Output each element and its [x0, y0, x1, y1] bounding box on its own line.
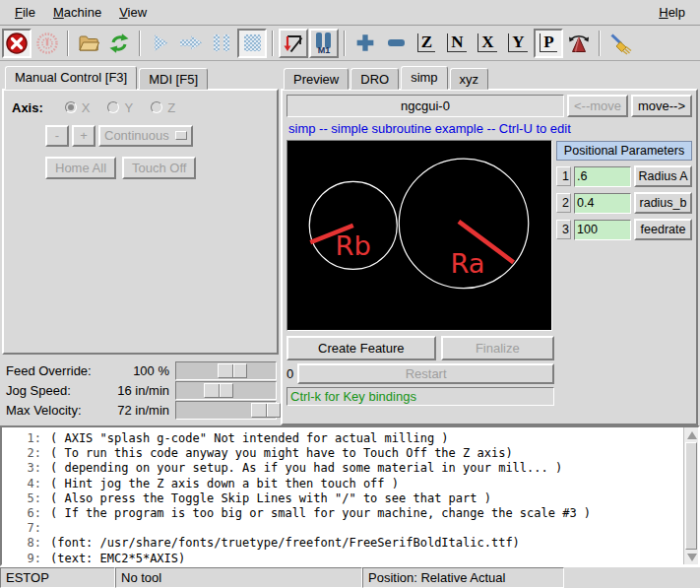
view-y-icon: Y — [508, 33, 527, 52]
main-area: Manual Control [F3] MDI [F5] Axis: X Y — [0, 61, 700, 425]
menu-help[interactable]: Help — [652, 2, 692, 23]
create-feature-button[interactable]: Create Feature — [286, 336, 436, 360]
touch-off-button[interactable]: Touch Off — [122, 157, 196, 179]
param-value-input[interactable] — [574, 220, 631, 240]
scroll-down-arrow[interactable] — [684, 550, 699, 564]
pause-button[interactable] — [207, 29, 236, 58]
gcode-lines: 1:( AXIS "splash g-code" Not intended fo… — [2, 427, 698, 566]
jog-plus-button[interactable]: + — [72, 125, 95, 147]
param-name-button[interactable]: feedrate — [634, 219, 692, 240]
ngcgui-tab-entry[interactable]: ngcgui-0 — [286, 95, 564, 117]
run-button[interactable] — [146, 29, 175, 58]
optional-pause-m1-button[interactable]: M1 — [309, 29, 339, 58]
tab-mdi[interactable]: MDI [F5] — [139, 68, 208, 90]
home-all-button[interactable]: Home All — [45, 157, 116, 179]
restart-button[interactable]: Restart — [297, 363, 554, 384]
menu-file[interactable]: File — [8, 2, 42, 23]
line-text: ( Hint jog the Z axis down a bit then to… — [50, 477, 399, 490]
gcode-line: 8:(font: /usr/share/fonts/truetype/freef… — [6, 536, 680, 551]
line-text: (font: /usr/share/fonts/truetype/freefon… — [50, 536, 520, 550]
jog-row: - + Continuous — [45, 125, 271, 147]
param-value-input[interactable] — [574, 193, 631, 214]
scroll-up-arrow[interactable] — [684, 427, 699, 442]
override-sliders: Feed Override: 100 % Jog Speed: 16 in/mi… — [2, 355, 279, 425]
tab-preview[interactable]: Preview — [284, 68, 349, 90]
param-row: 2 radius_b — [556, 192, 692, 214]
rotate-view-button[interactable] — [564, 29, 594, 58]
jog-mode-dropdown[interactable]: Continuous — [98, 125, 193, 147]
feed-override-value: 100 % — [100, 363, 175, 378]
toggle-skip-lines-button[interactable] — [279, 29, 308, 58]
slider-handle[interactable] — [204, 383, 233, 398]
preview-tabbar: Preview DRO simp xyz — [281, 63, 698, 89]
feature-buttons-row: Create Feature Finalize — [286, 336, 554, 360]
machine-power-button[interactable] — [32, 29, 62, 58]
toolbar-separator — [344, 31, 346, 56]
axis-y-radio[interactable]: Y — [107, 100, 133, 115]
stop-button[interactable] — [237, 29, 267, 58]
axis-z-label: Z — [167, 100, 175, 115]
run-step-button[interactable] — [176, 29, 206, 58]
gcode-scrollbar[interactable] — [683, 427, 698, 564]
tab-manual-control[interactable]: Manual Control [F3] — [5, 66, 137, 90]
subroutine-preview-canvas: Rb Ra — [286, 140, 552, 331]
move-right-button[interactable]: move--> — [631, 95, 692, 117]
open-file-button[interactable] — [74, 29, 103, 58]
estop-button[interactable] — [2, 29, 32, 58]
line-number: 4: — [6, 477, 41, 490]
toolbar-separator — [272, 31, 274, 56]
view-perspective-button[interactable]: P — [534, 29, 563, 58]
finalize-button[interactable]: Finalize — [441, 336, 554, 360]
reload-button[interactable] — [104, 29, 134, 58]
menu-view[interactable]: View — [112, 2, 154, 23]
max-velocity-slider[interactable] — [175, 401, 277, 420]
gcode-line: 3:( depending on your setup. As if you h… — [6, 461, 680, 476]
view-z-rotated-button[interactable]: N — [442, 29, 472, 58]
radius-b-canvas-label: Rb — [336, 230, 371, 261]
param-name-button[interactable]: radius_b — [634, 192, 692, 214]
axis-z-radio[interactable]: Z — [151, 100, 175, 115]
param-index: 3 — [556, 220, 571, 239]
param-value-input[interactable] — [574, 166, 631, 187]
line-text: ( AXIS "splash g-code" Not intended for … — [50, 431, 449, 445]
view-x-button[interactable]: X — [473, 29, 502, 58]
menu-machine[interactable]: Machine — [46, 2, 108, 23]
tab-dro[interactable]: DRO — [350, 68, 399, 90]
move-left-button[interactable]: <--move — [567, 95, 628, 117]
zoom-in-button[interactable] — [350, 29, 380, 58]
simp-tab-frame: ngcgui-0 <--move move--> simp -- simple … — [281, 89, 698, 425]
jog-speed-label: Jog Speed: — [6, 383, 100, 398]
tab-simp[interactable]: simp — [401, 66, 447, 90]
max-velocity-value: 72 in/min — [100, 403, 175, 418]
line-number: 8: — [6, 536, 41, 550]
gcode-text-area[interactable]: 1:( AXIS "splash g-code" Not intended fo… — [0, 425, 700, 566]
zoom-out-button[interactable] — [381, 29, 411, 58]
axis-window: File Machine View Help — [0, 0, 700, 588]
jog-minus-button[interactable]: - — [45, 125, 69, 147]
line-number: 7: — [6, 521, 41, 535]
clear-plot-button[interactable] — [605, 29, 635, 58]
max-velocity-label: Max Velocity: — [6, 403, 100, 418]
slider-handle[interactable] — [251, 403, 281, 418]
radio-icon — [65, 101, 77, 113]
param-name-button[interactable]: Radius A — [634, 165, 692, 187]
axis-x-label: X — [82, 100, 91, 115]
tab-xyz[interactable]: xyz — [450, 68, 489, 90]
view-z-button[interactable]: Z — [412, 29, 441, 58]
reload-icon — [107, 32, 131, 55]
subroutine-info: simp -- simple subroutine example -- Ctr… — [286, 120, 692, 137]
scrollbar-thumb[interactable] — [685, 442, 697, 550]
axis-x-radio[interactable]: X — [65, 100, 91, 115]
feed-override-slider[interactable] — [175, 361, 277, 380]
gcode-line: 5:( Also press the Toggle Skip Lines wit… — [6, 491, 680, 506]
jog-speed-slider[interactable] — [175, 381, 277, 400]
slider-handle[interactable] — [218, 363, 247, 378]
restart-count: 0 — [286, 366, 293, 381]
menubar: File Machine View Help — [0, 0, 700, 26]
manual-control-frame: Axis: X Y Z - + — [2, 89, 279, 355]
view-y-button[interactable]: Y — [503, 29, 533, 58]
view-p-icon: P — [540, 33, 556, 52]
jog-speed-value: 16 in/min — [100, 383, 175, 398]
radius-a-canvas-label: Ra — [450, 248, 484, 279]
line-text: (text: EMC2*5*AXIS) — [50, 552, 185, 565]
